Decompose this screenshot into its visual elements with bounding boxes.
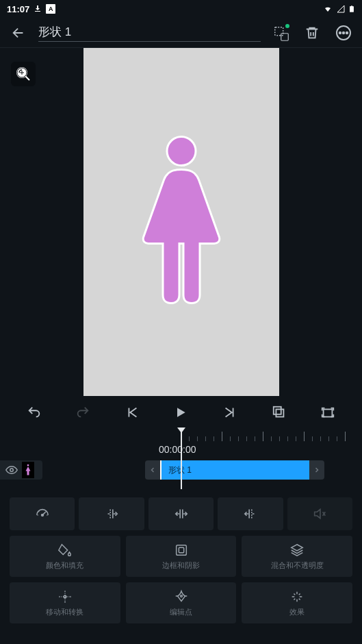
play-button[interactable] bbox=[169, 401, 192, 424]
undo-icon bbox=[27, 405, 42, 420]
redo-button bbox=[71, 401, 94, 424]
signal-icon bbox=[336, 5, 346, 13]
more-button[interactable] bbox=[332, 21, 355, 45]
trash-icon bbox=[305, 25, 320, 40]
redo-icon bbox=[75, 405, 90, 420]
delete-button[interactable] bbox=[300, 21, 324, 45]
play-icon bbox=[174, 406, 188, 419]
svg-point-13 bbox=[10, 469, 14, 472]
badge-dot bbox=[284, 23, 291, 29]
shape-woman-icon[interactable] bbox=[130, 133, 233, 311]
move-transform-button[interactable]: 移动和转换 bbox=[10, 582, 120, 623]
eye-icon[interactable] bbox=[5, 464, 18, 476]
trim-right-tool[interactable] bbox=[218, 497, 283, 530]
status-bar: 11:07 A bbox=[0, 0, 362, 18]
zoom-button[interactable] bbox=[11, 62, 36, 86]
svg-point-14 bbox=[27, 465, 29, 467]
clip-label: 形状 1 bbox=[168, 465, 192, 476]
transport-bar bbox=[0, 397, 362, 428]
layers-icon bbox=[289, 543, 305, 558]
edit-points-label: 编辑点 bbox=[170, 607, 192, 617]
svg-point-6 bbox=[346, 32, 348, 33]
arrow-left-icon bbox=[11, 25, 26, 40]
edit-tools-row bbox=[0, 493, 362, 533]
to-start-button[interactable] bbox=[120, 401, 144, 424]
bucket-icon bbox=[57, 543, 73, 558]
copy-front-icon bbox=[280, 32, 289, 42]
wifi-icon bbox=[322, 5, 333, 13]
mute-tool bbox=[287, 497, 352, 530]
svg-rect-10 bbox=[276, 409, 283, 417]
effects-button[interactable]: 效果 bbox=[242, 582, 352, 623]
svg-point-15 bbox=[41, 514, 43, 516]
svg-rect-2 bbox=[281, 33, 289, 40]
effects-label: 效果 bbox=[289, 607, 305, 617]
blend-opacity-button[interactable]: 混合和不透明度 bbox=[242, 536, 352, 577]
track-thumbnail bbox=[22, 462, 34, 478]
back-button[interactable] bbox=[7, 21, 30, 45]
svg-point-5 bbox=[343, 32, 344, 33]
magnifier-icon bbox=[15, 66, 31, 82]
border-icon bbox=[174, 543, 189, 558]
trim-left-tool[interactable] bbox=[79, 497, 144, 530]
fullscreen-icon bbox=[320, 405, 335, 420]
panel-row-1: 颜色和填充 边框和阴影 混合和不透明度 bbox=[0, 533, 362, 580]
svg-point-9 bbox=[167, 137, 196, 166]
timeline-clip[interactable]: 形状 1 bbox=[160, 460, 309, 480]
pen-icon bbox=[174, 589, 189, 604]
playhead[interactable] bbox=[181, 430, 182, 489]
trim-right-icon bbox=[243, 506, 258, 521]
skip-end-icon bbox=[222, 405, 237, 420]
to-end-button[interactable] bbox=[218, 401, 242, 424]
blend-opacity-label: 混合和不透明度 bbox=[271, 560, 324, 571]
status-time: 11:07 bbox=[7, 4, 29, 14]
header-bar: 形状 1 bbox=[0, 18, 362, 48]
page-title[interactable]: 形状 1 bbox=[38, 24, 261, 42]
border-shadow-button[interactable]: 边框和阴影 bbox=[126, 536, 237, 577]
track-prev[interactable] bbox=[145, 460, 160, 480]
split-icon bbox=[174, 506, 189, 521]
badge-a: A bbox=[46, 4, 55, 14]
color-fill-label: 颜色和填充 bbox=[46, 560, 83, 571]
svg-rect-11 bbox=[273, 407, 281, 414]
canvas-area bbox=[0, 48, 362, 397]
speed-tool[interactable] bbox=[10, 497, 75, 530]
panel-row-2: 移动和转换 编辑点 效果 bbox=[0, 580, 362, 626]
frames-icon bbox=[272, 405, 287, 420]
track-next[interactable] bbox=[309, 460, 324, 480]
color-fill-button[interactable]: 颜色和填充 bbox=[10, 536, 120, 577]
mute-icon bbox=[312, 506, 327, 521]
timeline-ruler[interactable] bbox=[181, 432, 362, 441]
canvas[interactable] bbox=[83, 48, 279, 396]
svg-rect-16 bbox=[176, 545, 186, 555]
sparkle-icon bbox=[289, 589, 305, 604]
svg-rect-17 bbox=[179, 547, 183, 552]
download-icon bbox=[34, 5, 42, 13]
battery-icon bbox=[348, 4, 355, 14]
svg-point-19 bbox=[180, 595, 182, 597]
edit-points-button[interactable]: 编辑点 bbox=[126, 582, 237, 623]
svg-rect-12 bbox=[324, 409, 333, 417]
chevron-left-icon bbox=[148, 466, 157, 474]
skip-start-icon bbox=[125, 405, 140, 420]
split-tool[interactable] bbox=[148, 497, 214, 530]
timecode: 00:00:00 bbox=[159, 444, 196, 455]
more-icon bbox=[335, 25, 352, 41]
timeline[interactable]: 00:00:00 形状 1 bbox=[0, 428, 362, 493]
undo-button[interactable] bbox=[23, 401, 46, 424]
svg-rect-0 bbox=[350, 7, 354, 12]
trim-left-icon bbox=[104, 506, 119, 521]
copy-button[interactable] bbox=[269, 21, 292, 45]
move-transform-label: 移动和转换 bbox=[46, 607, 83, 617]
svg-point-4 bbox=[339, 32, 341, 33]
gauge-icon bbox=[35, 506, 50, 521]
frame-button[interactable] bbox=[268, 401, 291, 424]
move-icon bbox=[57, 589, 73, 604]
track-header[interactable] bbox=[0, 460, 42, 480]
border-shadow-label: 边框和阴影 bbox=[162, 560, 200, 571]
chevron-right-icon bbox=[313, 466, 321, 474]
fullscreen-button[interactable] bbox=[316, 401, 339, 424]
